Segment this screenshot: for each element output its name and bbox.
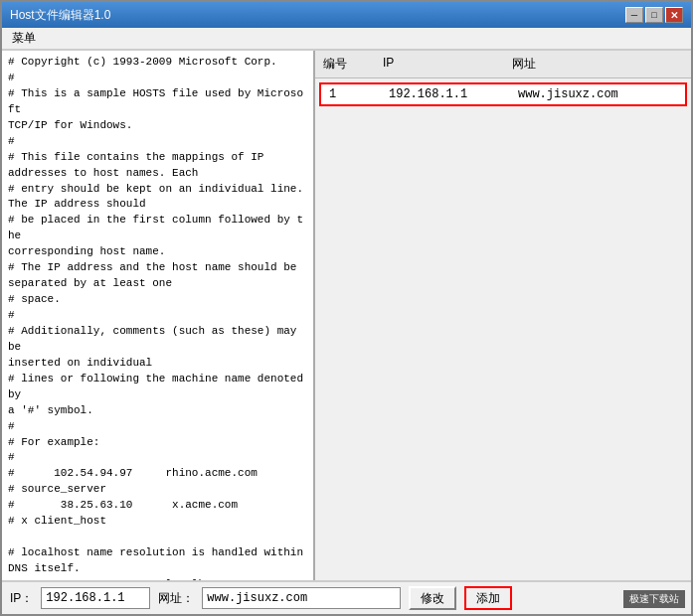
main-window: Host文件编辑器1.0 ─ □ ✕ 菜单 # Copyright (c) 19… xyxy=(0,0,693,616)
col-header-domain: 网址 xyxy=(504,54,691,75)
domain-input[interactable] xyxy=(202,587,401,609)
table-panel: 编号 IP 网址 1 192.168.1.1 www.jisuxz.com xyxy=(315,51,691,580)
watermark: 极速下载站 xyxy=(623,590,685,608)
table-header: 编号 IP 网址 xyxy=(315,51,691,78)
maximize-button[interactable]: □ xyxy=(645,7,663,23)
window-title: Host文件编辑器1.0 xyxy=(10,7,110,24)
col-header-ip: IP xyxy=(375,54,504,75)
status-bar: IP： 网址： 修改 添加 xyxy=(2,580,691,614)
edit-button[interactable]: 修改 xyxy=(409,586,456,610)
title-bar: Host文件编辑器1.0 ─ □ ✕ xyxy=(2,2,691,28)
table-body: 1 192.168.1.1 www.jisuxz.com xyxy=(315,78,691,580)
close-button[interactable]: ✕ xyxy=(665,7,683,23)
text-editor-panel: # Copyright (c) 1993-2009 Microsoft Corp… xyxy=(2,51,315,580)
cell-domain-1: www.jisuxz.com xyxy=(510,84,685,104)
table-row[interactable]: 1 192.168.1.1 www.jisuxz.com xyxy=(319,82,687,106)
menu-item-main[interactable]: 菜单 xyxy=(6,28,42,49)
cell-num-1: 1 xyxy=(321,84,381,104)
col-header-num: 编号 xyxy=(315,54,375,75)
ip-input[interactable] xyxy=(41,587,150,609)
domain-label: 网址： xyxy=(158,590,194,607)
menu-bar: 菜单 xyxy=(2,28,691,50)
cell-ip-1: 192.168.1.1 xyxy=(381,84,510,104)
add-button[interactable]: 添加 xyxy=(464,586,512,610)
ip-label: IP： xyxy=(10,590,33,607)
main-content: # Copyright (c) 1993-2009 Microsoft Corp… xyxy=(2,50,691,580)
minimize-button[interactable]: ─ xyxy=(625,7,643,23)
hosts-text-content[interactable]: # Copyright (c) 1993-2009 Microsoft Corp… xyxy=(2,51,313,580)
window-controls: ─ □ ✕ xyxy=(625,7,683,23)
